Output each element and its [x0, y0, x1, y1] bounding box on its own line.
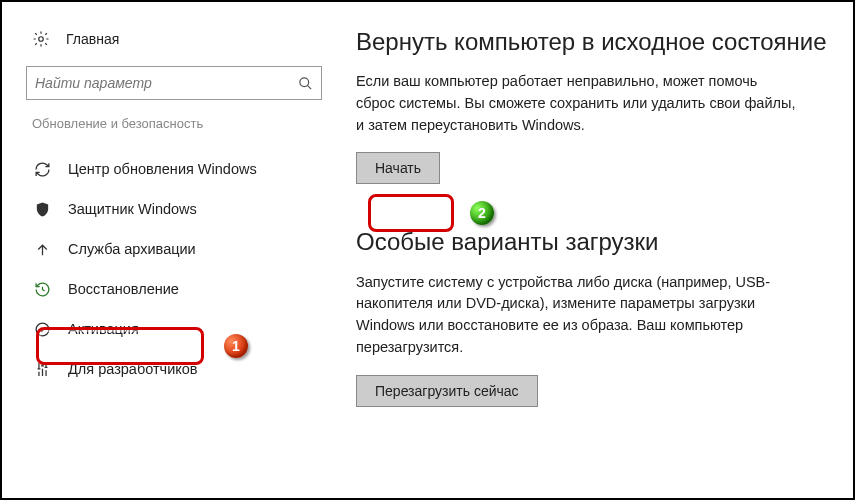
annotation-badge-1: 1 [224, 334, 248, 358]
annotation-badge-2: 2 [470, 201, 494, 225]
search-input[interactable] [35, 75, 298, 91]
tools-icon [32, 361, 52, 378]
settings-sidebar: Главная Обновление и безопасность Центр … [20, 20, 330, 480]
sidebar-item-windows-update[interactable]: Центр обновления Windows [20, 149, 330, 189]
sidebar-item-label: Служба архивации [68, 241, 196, 257]
svg-line-2 [307, 85, 311, 89]
shield-icon [32, 201, 52, 218]
sidebar-item-label: Для разработчиков [68, 361, 198, 377]
sidebar-item-developers[interactable]: Для разработчиков [20, 349, 330, 389]
home-label: Главная [66, 31, 119, 47]
sidebar-item-label: Центр обновления Windows [68, 161, 257, 177]
sidebar-section-label: Обновление и безопасность [32, 116, 330, 131]
main-content: Вернуть компьютер в исходное состояние Е… [330, 20, 831, 480]
sidebar-item-label: Активация [68, 321, 139, 337]
upload-arrow-icon [32, 241, 52, 258]
sidebar-item-recovery[interactable]: Восстановление [20, 269, 330, 309]
sidebar-item-backup[interactable]: Служба архивации [20, 229, 330, 269]
home-nav-item[interactable]: Главная [20, 30, 330, 48]
sidebar-item-label: Защитник Windows [68, 201, 197, 217]
search-input-container[interactable] [26, 66, 322, 100]
search-icon [298, 76, 313, 91]
reset-pc-title: Вернуть компьютер в исходное состояние [356, 26, 831, 57]
get-started-button[interactable]: Начать [356, 152, 440, 184]
history-icon [32, 281, 52, 298]
gear-icon [32, 30, 50, 48]
svg-point-0 [39, 37, 44, 42]
advanced-startup-title: Особые варианты загрузки [356, 226, 831, 257]
sidebar-item-label: Восстановление [68, 281, 179, 297]
sidebar-item-defender[interactable]: Защитник Windows [20, 189, 330, 229]
svg-point-3 [36, 323, 49, 336]
restart-now-button[interactable]: Перезагрузить сейчас [356, 375, 538, 407]
sync-icon [32, 161, 52, 178]
checkmark-circle-icon [32, 321, 52, 338]
svg-point-1 [300, 77, 309, 86]
advanced-startup-description: Запустите систему с устройства либо диск… [356, 272, 796, 359]
sidebar-item-activation[interactable]: Активация [20, 309, 330, 349]
reset-pc-description: Если ваш компьютер работает неправильно,… [356, 71, 796, 136]
